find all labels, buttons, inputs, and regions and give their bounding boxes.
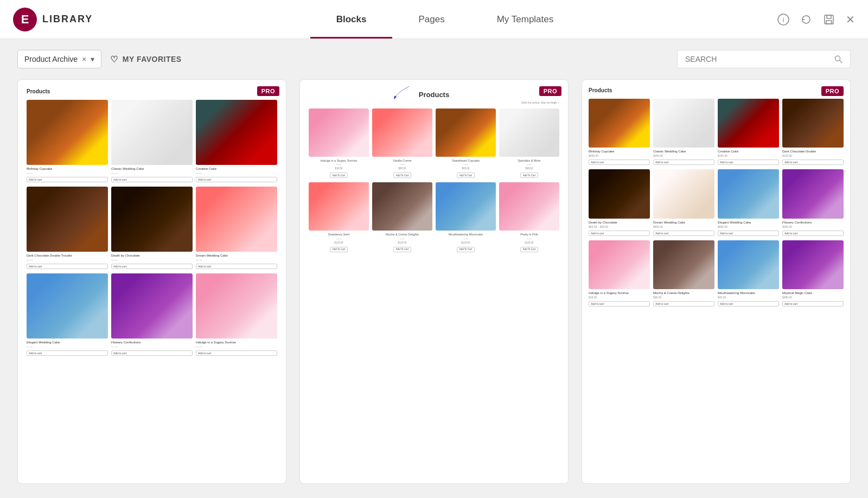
- tab-blocks[interactable]: Blocks: [310, 0, 393, 39]
- death-choc-img: [111, 187, 193, 252]
- product-c3-birthday: Birthday Cupcake $250.00 Add to cart: [589, 99, 650, 165]
- birthday-cupcake-img: [27, 100, 108, 165]
- dark-choc-img: [27, 187, 108, 252]
- product-c3-mystical: Mystical Magic Cake $480.00 Add to cart: [782, 240, 844, 307]
- c2-sprinkles-img: [499, 108, 559, 157]
- product-c3-mocha: Mocha & Creme Delights $36.00 Add to car…: [653, 240, 714, 307]
- heart-icon: ♡: [110, 54, 118, 65]
- pro-badge-1: PRO: [257, 86, 279, 96]
- close-button[interactable]: ✕: [846, 10, 855, 29]
- flowery-img: [111, 273, 193, 339]
- save-button[interactable]: [823, 10, 835, 29]
- card3-row1: Birthday Cupcake $250.00 Add to cart Cla…: [589, 99, 844, 165]
- c2-sweetheart-img: [436, 108, 496, 157]
- dream-wedding-img: [196, 187, 277, 252]
- logo-area: E LIBRARY: [0, 8, 119, 31]
- product-c2-sprinkles: Sprinkles & More —— $98.00 Add To Cart: [499, 108, 559, 178]
- svg-line-6: [840, 60, 842, 62]
- product-c3-creative: Creative Cake $250.00 Add to cart: [718, 99, 779, 165]
- product-c3-flowery: Flowery Confections $250.00 Add to cart: [782, 169, 844, 235]
- svg-rect-3: [827, 15, 831, 18]
- template-card-2[interactable]: PRO Products Sort by price: low to high …: [299, 79, 569, 484]
- search-area: [677, 50, 851, 68]
- product-c2-vanilla: Vanilla Creme —— $80.00 Add To Cart: [372, 108, 432, 178]
- elegant-wedding-img: [27, 273, 108, 339]
- svg-text:i: i: [783, 16, 784, 24]
- main-content: PRO Products Birthday Cupcake — — Add to…: [0, 79, 868, 498]
- search-icon: [834, 55, 843, 63]
- card2-sort: Sort by price: low to high ↓: [309, 101, 559, 104]
- creative-cake-img: [196, 100, 277, 165]
- card3-row3: Indulge in a Sugary Sunrise $18.00 Add t…: [589, 240, 844, 307]
- info-icon: i: [777, 14, 789, 25]
- favorites-label: MY FAVORITES: [123, 55, 182, 63]
- content-wrapper: PRO Products Birthday Cupcake — — Add to…: [0, 79, 868, 498]
- product-c3-dark-double: Dark Chocolate Double $125.00 Add to car…: [782, 99, 844, 165]
- product-sugary-sunrise: Indulge in a Sugary Sunrise — — Add to c…: [196, 273, 277, 356]
- card2-content: Products Sort by price: low to high ↓ In…: [300, 80, 568, 267]
- product-dream-wedding: Dream Wedding Cake — — Add to cart: [196, 187, 277, 269]
- info-button[interactable]: i: [777, 10, 789, 29]
- product-c2-mooncake: Mouthwatering Mooncake —— $125.00 Add To…: [436, 182, 496, 252]
- card2-row2: Strawberry Swirl —— $125.00 Add To Cart …: [309, 182, 559, 252]
- product-c2-mocha: Mocha & Creme Delights —— $125.00 Add To…: [372, 182, 432, 252]
- refresh-icon: [800, 14, 812, 25]
- template-card-3[interactable]: PRO Products Birthday Cupcake $250.00 Ad…: [582, 79, 851, 484]
- product-elegant-wedding: Elegant Wedding Cake — — Add to cart: [27, 273, 108, 356]
- card2-row1: Indulge in a Sugary Sunrise —— $18.00 Ad…: [309, 108, 559, 178]
- card3-row2: Death by Chocolate $53.00 – $90.00 Add t…: [589, 169, 844, 235]
- filter-dropdown[interactable]: Product Archive × ▾: [17, 50, 101, 68]
- elementor-logo: E: [13, 8, 37, 31]
- card2-title: Products: [309, 91, 559, 99]
- header: E LIBRARY Blocks Pages My Templates i: [0, 0, 868, 39]
- close-icon: ✕: [846, 13, 855, 26]
- library-title: LIBRARY: [42, 14, 93, 25]
- svg-rect-4: [826, 21, 832, 24]
- product-c2-sugary: Indulge in a Sugary Sunrise —— $18.00 Ad…: [309, 108, 369, 178]
- chevron-down-icon: ▾: [91, 55, 94, 63]
- card1-row3: Elegant Wedding Cake — — Add to cart Flo…: [27, 273, 277, 356]
- pro-badge-3: PRO: [821, 86, 844, 96]
- product-dark-choc: Dark Chocolate Double Trouble — — Add to…: [27, 187, 108, 269]
- product-c3-classic: Classic Wedding Cake $250.00 Add to cart: [653, 99, 714, 165]
- card3-title: Products: [589, 87, 844, 93]
- wedding-cake-img: [111, 100, 193, 165]
- template-card-1[interactable]: PRO Products Birthday Cupcake — — Add to…: [17, 79, 286, 484]
- card1-row1: Birthday Cupcake — — Add to cart Classic…: [27, 100, 277, 182]
- product-c3-mooncake: Mouthwatering Mooncake $42.00 Add to car…: [718, 240, 779, 307]
- c2-mocha-img: [372, 182, 432, 231]
- search-input[interactable]: [685, 55, 830, 63]
- product-c3-dream: Dream Wedding Cake $650.00 Add to cart: [653, 169, 714, 235]
- product-c3-elegant: Elegant Wedding Cake $650.00 Add to cart: [718, 169, 779, 235]
- header-actions: i ✕: [770, 10, 868, 29]
- c2-sugary-img: [309, 108, 369, 157]
- product-c2-pretty-pink: Pretty in Pink —— $125.00 Add To Cart: [499, 182, 559, 252]
- product-wedding-cake: Classic Wedding Cake — — Add to cart: [111, 100, 193, 182]
- card1-content: Products Birthday Cupcake — — Add to car…: [18, 80, 286, 369]
- card1-title: Products: [27, 88, 277, 94]
- pro-badge-2: PRO: [539, 86, 561, 96]
- product-c2-sweetheart: Sweetheart Cupcake —— $95.00 Add To Cart: [436, 108, 496, 178]
- product-death-by-choc: Death by Chocolate — — Add to cart: [111, 187, 193, 269]
- product-creative-cake: Creative Cake — — Add to cart: [196, 100, 277, 182]
- refresh-button[interactable]: [800, 10, 812, 29]
- c2-vanilla-img: [372, 108, 432, 157]
- tab-my-templates[interactable]: My Templates: [471, 0, 580, 39]
- nav-tabs: Blocks Pages My Templates: [119, 0, 770, 39]
- product-c2-strawberry: Strawberry Swirl —— $125.00 Add To Cart: [309, 182, 369, 252]
- tab-pages[interactable]: Pages: [392, 0, 470, 39]
- c2-mooncake-img: [436, 182, 496, 231]
- product-c3-death: Death by Chocolate $53.00 – $90.00 Add t…: [589, 169, 650, 235]
- filter-clear[interactable]: ×: [82, 55, 86, 63]
- card1-row2: Dark Chocolate Double Trouble — — Add to…: [27, 187, 277, 269]
- product-flowery: Flowery Confections — — Add to cart: [111, 273, 193, 356]
- c2-strawberry-img: [309, 182, 369, 231]
- product-birthday-cupcake: Birthday Cupcake — — Add to cart: [27, 100, 108, 182]
- favorites-button[interactable]: ♡ MY FAVORITES: [110, 54, 181, 65]
- toolbar: Product Archive × ▾ ♡ MY FAVORITES: [0, 39, 868, 79]
- c2-pink-img: [499, 182, 559, 231]
- filter-label: Product Archive: [24, 55, 78, 63]
- product-c3-indulge: Indulge in a Sugary Sunrise $18.00 Add t…: [589, 240, 650, 307]
- card3-content: Products Birthday Cupcake $250.00 Add to…: [582, 80, 850, 318]
- save-icon: [823, 14, 835, 25]
